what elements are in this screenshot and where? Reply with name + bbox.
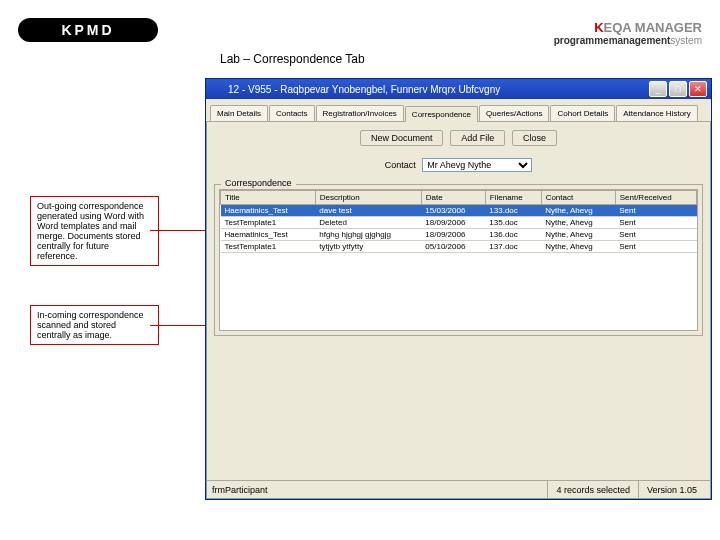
brand-tag-sys: system [670,35,702,46]
new-document-button[interactable]: New Document [360,130,444,146]
cell-date: 18/09/2006 [421,217,485,229]
tab-registration-invoices[interactable]: Registration/Invoices [316,105,404,121]
toolbar: New Document Add File Close [206,122,711,154]
cell-description: dave test [315,205,421,217]
tab-cohort-details[interactable]: Cohort Details [550,105,615,121]
cell-description: hfghg hjghgj gjghgjg [315,229,421,241]
col-title[interactable]: Title [221,191,316,205]
contact-row: Contact Mr Ahevg Nythe [206,154,711,180]
brand-name: EQA MANAGER [604,20,702,35]
correspondence-group: Correspondence TitleDescriptionDateFilen… [214,184,703,336]
cell-title: TestTemplate1 [221,217,316,229]
brand-tag-pm: programmemanagement [554,35,671,46]
tab-queries-actions[interactable]: Queries/Actions [479,105,549,121]
cell-filename: 136.doc [485,229,541,241]
tabstrip: Main DetailsContactsRegistration/Invoice… [206,99,711,122]
cell-contact: Nythe, Ahevg [541,241,615,253]
cell-sr: Sent [615,217,696,229]
cell-filename: 135.doc [485,217,541,229]
status-records: 4 records selected [547,481,638,499]
col-description[interactable]: Description [315,191,421,205]
cell-sr: Sent [615,229,696,241]
status-version: Version 1.05 [638,481,705,499]
table-row[interactable]: TestTemplate1Deleted18/09/2006135.docNyt… [221,217,697,229]
correspondence-table: TitleDescriptionDateFilenameContactSent/… [220,190,697,253]
app-icon [210,82,224,96]
cell-contact: Nythe, Ahevg [541,205,615,217]
window-title: 12 - V955 - Raqbpevar Ynobengbel, Funner… [228,84,649,95]
tab-contacts[interactable]: Contacts [269,105,315,121]
callout-outgoing: Out-going correspondence generated using… [30,196,159,266]
col-contact[interactable]: Contact [541,191,615,205]
cell-date: 05/10/2006 [421,241,485,253]
col-sent-received[interactable]: Sent/Received [615,191,696,205]
cell-sr: Sent [615,241,696,253]
cell-filename: 137.doc [485,241,541,253]
close-tab-button[interactable]: Close [512,130,557,146]
tab-main-details[interactable]: Main Details [210,105,268,121]
minimize-button[interactable]: _ [649,81,667,97]
cell-contact: Nythe, Ahevg [541,229,615,241]
table-scroll[interactable]: TitleDescriptionDateFilenameContactSent/… [219,189,698,331]
brand-logo: KPMD [18,18,158,42]
maximize-button[interactable]: □ [669,81,687,97]
tab-attendance-history[interactable]: Attendance History [616,105,698,121]
cell-contact: Nythe, Ahevg [541,217,615,229]
col-filename[interactable]: Filename [485,191,541,205]
titlebar: 12 - V955 - Raqbpevar Ynobengbel, Funner… [206,79,711,99]
cell-description: tytjytb ytfytty [315,241,421,253]
page-title: Lab – Correspondence Tab [220,52,365,66]
arrow-outgoing [150,230,210,231]
close-button[interactable]: ✕ [689,81,707,97]
cell-title: Haematinics_Test [221,205,316,217]
cell-title: Haematinics_Test [221,229,316,241]
callout-incoming: In-coming correspondence scanned and sto… [30,305,159,345]
group-label: Correspondence [221,178,296,188]
brand-block: KEQA MANAGER programmemanagementsystem [554,20,702,46]
cell-title: TestTemplate1 [221,241,316,253]
cell-description: Deleted [315,217,421,229]
cell-filename: 133.doc [485,205,541,217]
table-row[interactable]: TestTemplate1tytjytb ytfytty05/10/200613… [221,241,697,253]
add-file-button[interactable]: Add File [450,130,505,146]
cell-sr: Sent [615,205,696,217]
table-row[interactable]: Haematinics_Testhfghg hjghgj gjghgjg18/0… [221,229,697,241]
statusbar: frmParticipant 4 records selected Versio… [206,480,711,499]
app-window: 12 - V955 - Raqbpevar Ynobengbel, Funner… [205,78,712,500]
contact-label: Contact [385,160,416,170]
tab-correspondence[interactable]: Correspondence [405,106,478,122]
col-date[interactable]: Date [421,191,485,205]
contact-select[interactable]: Mr Ahevg Nythe [422,158,532,172]
cell-date: 15/03/2006 [421,205,485,217]
table-row[interactable]: Haematinics_Testdave test15/03/2006133.d… [221,205,697,217]
status-form: frmParticipant [212,485,547,495]
cell-date: 18/09/2006 [421,229,485,241]
